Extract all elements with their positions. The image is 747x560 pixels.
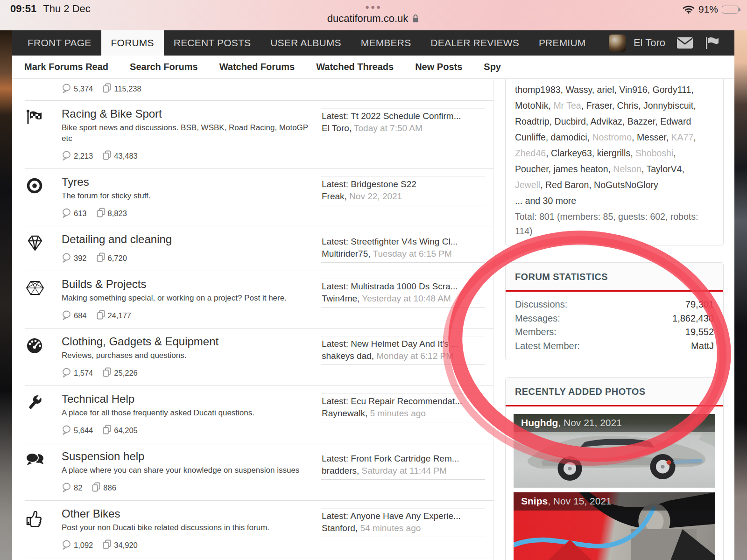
member-link[interactable]: Wassy — [565, 84, 592, 95]
toolbar-link-search-forums[interactable]: Search Forums — [130, 62, 198, 72]
member-link[interactable]: damodici — [551, 132, 587, 142]
forum-title-link[interactable]: Tyres — [62, 175, 314, 189]
member-link[interactable]: thomp1983 — [515, 84, 561, 95]
nav-tab-forums[interactable]: FORUMS — [101, 30, 164, 56]
latest-post-author[interactable]: Raynewalk, — [322, 408, 367, 418]
member-link[interactable]: Bazzer — [627, 116, 655, 126]
members-more-text[interactable]: ... and 30 more — [515, 193, 714, 209]
member-link[interactable]: TaylorV4 — [647, 164, 682, 174]
member-link[interactable]: Roadtrip — [515, 116, 550, 126]
latest-post-author[interactable]: Freak, — [322, 191, 347, 201]
member-link[interactable]: Shoboshi — [635, 148, 673, 158]
member-link[interactable]: Chris — [617, 100, 639, 111]
latest-post-cell[interactable]: Latest: Ecu Repair Recommendat...Raynewa… — [321, 393, 485, 422]
toolbar-link-watched-threads[interactable]: Watched Threads — [316, 62, 394, 72]
latest-post-title[interactable]: Latest: New Helmet Day And It's ... — [322, 338, 484, 350]
toolbar-link-new-posts[interactable]: New Posts — [415, 62, 462, 72]
member-link[interactable]: Mr Tea — [553, 100, 581, 111]
member-link[interactable]: Messer — [637, 132, 666, 142]
messages-envelope-icon[interactable] — [677, 37, 693, 49]
member-link[interactable]: KA77 — [671, 132, 694, 142]
latest-post-cell[interactable]: Latest: Bridgestone S22Freak, Nov 22, 20… — [321, 176, 485, 205]
latest-post-title[interactable]: Latest: Bridgestone S22 — [322, 178, 484, 190]
messages-pages-icon — [96, 252, 106, 265]
member-link[interactable]: Poucher — [515, 164, 549, 174]
member-link[interactable]: Zhed46 — [515, 148, 546, 158]
alerts-flag-icon[interactable] — [705, 36, 719, 50]
latest-post-author[interactable]: Twin4me, — [322, 294, 359, 303]
messages-pages-icon — [102, 424, 112, 437]
latest-post-author[interactable]: shakeys dad, — [322, 351, 374, 361]
forum-statistics-title: FORUM STATISTICS — [506, 263, 723, 292]
member-link[interactable]: Fraser — [586, 100, 612, 111]
forum-title-link[interactable]: Technical Help — [62, 392, 314, 406]
messages-count: 115,238 — [114, 84, 141, 93]
sidebar: thomp1983, Wassy, ariel, Vin916, Gordy11… — [505, 79, 724, 560]
member-link[interactable]: Clarkey63 — [551, 148, 592, 158]
forum-title-link[interactable]: Clothing, Gadgets & Equipment — [62, 335, 314, 348]
nav-tab-recent-posts[interactable]: RECENT POSTS — [164, 30, 261, 56]
latest-post-cell[interactable]: Latest: Multistrada 1000 Ds Scra...Twin4… — [321, 279, 485, 308]
member-link[interactable]: NoGutsNoGlory — [594, 180, 658, 190]
latest-post-author[interactable]: Stanford, — [322, 523, 358, 533]
recent-photo-snips[interactable]: Snips, Nov 15, 2021 — [514, 492, 715, 560]
latest-post-title[interactable]: Latest: Multistrada 1000 Ds Scra... — [322, 280, 484, 293]
latest-post-author[interactable]: Multirider75, — [322, 249, 371, 259]
latest-post-cell[interactable]: Latest: Tt 2022 Schedule Confirm...El To… — [321, 108, 485, 137]
member-link[interactable]: Vin916 — [619, 84, 647, 95]
messages-pages-icon — [96, 309, 106, 322]
forum-title-link[interactable]: Other Bikes — [62, 507, 314, 520]
forum-counts: 5,64464,205 — [62, 424, 314, 437]
latest-post-cell[interactable]: Latest: Streetfighter V4s Wing Cl...Mult… — [321, 234, 485, 263]
member-link[interactable]: Gordy111 — [653, 84, 691, 95]
address-bar[interactable]: ducatiforum.co.uk — [0, 13, 747, 25]
nav-tab-front-page[interactable]: FRONT PAGE — [18, 30, 101, 56]
member-link[interactable]: MotoNik — [515, 100, 549, 111]
photo-author-link[interactable]: Snips — [521, 496, 548, 506]
latest-post-cell[interactable]: Latest: New Helmet Day And It's ...shake… — [321, 336, 485, 365]
toolbar-link-spy[interactable]: Spy — [484, 62, 501, 72]
user-avatar[interactable] — [609, 35, 626, 52]
forum-title-link[interactable]: Detailing and cleaning — [62, 232, 314, 246]
forum-title-link[interactable]: Racing & Bike Sport — [62, 107, 314, 120]
member-link[interactable]: Nelson — [613, 164, 641, 174]
messages-count: 34,920 — [114, 541, 137, 550]
member-link[interactable]: kiergrills — [597, 148, 631, 158]
toolbar-link-mark-forums-read[interactable]: Mark Forums Read — [24, 62, 108, 72]
photo-date: , Nov 21, 2021 — [558, 417, 622, 428]
latest-post-author[interactable]: bradders, — [322, 466, 359, 476]
latest-post-title[interactable]: Latest: Streetfighter V4s Wing Cl... — [322, 236, 484, 248]
nav-tab-premium[interactable]: PREMIUM — [529, 30, 596, 56]
nav-tab-dealer-reviews[interactable]: DEALER REVIEWS — [421, 30, 529, 56]
member-link[interactable]: james heaton — [553, 164, 608, 174]
forum-title-link[interactable]: Builds & Projects — [62, 277, 314, 291]
latest-post-cell[interactable]: Latest: Anyone Have Any Experie...Stanfo… — [321, 508, 485, 537]
forum-title-link[interactable]: Suspension help — [62, 449, 314, 463]
messages-pages-icon — [96, 207, 106, 220]
stat-row-messages: Messages:1,862,430 — [515, 312, 714, 326]
member-link[interactable]: ariel — [597, 84, 614, 95]
latest-post-title[interactable]: Latest: Anyone Have Any Experie... — [322, 510, 484, 522]
user-menu[interactable]: El Toro — [634, 37, 665, 49]
latest-post-title[interactable]: Latest: Tt 2022 Schedule Confirm... — [322, 110, 484, 122]
hexagon-mesh-icon — [25, 277, 62, 322]
nav-tab-user-albums[interactable]: USER ALBUMS — [261, 30, 351, 56]
member-link[interactable]: Advikaz — [591, 116, 622, 126]
nav-tab-members[interactable]: MEMBERS — [351, 30, 421, 56]
member-link[interactable]: Jewell — [515, 180, 540, 190]
latest-post-author[interactable]: El Toro, — [322, 123, 352, 133]
messages-count: 25,226 — [114, 369, 137, 378]
photo-author-link[interactable]: Hughdg — [521, 417, 558, 428]
latest-post-title[interactable]: Latest: Front Fork Cartridge Rem... — [322, 453, 484, 465]
latest-post-time: Saturday at 11:44 PM — [362, 466, 447, 476]
member-link[interactable]: Ducbird — [555, 116, 586, 126]
latest-post-cell[interactable]: Latest: Front Fork Cartridge Rem...bradd… — [321, 451, 485, 480]
toolbar-link-watched-forums[interactable]: Watched Forums — [219, 62, 295, 72]
messages-count: 64,205 — [114, 426, 137, 435]
discussions-count: 1,574 — [74, 369, 93, 378]
latest-post-title[interactable]: Latest: Ecu Repair Recommendat... — [322, 395, 484, 407]
member-link[interactable]: Nostromo — [592, 132, 632, 142]
member-link[interactable]: Jonnybiscuit — [643, 100, 693, 111]
recent-photo-hughdg[interactable]: Hughdg, Nov 21, 2021 — [514, 414, 715, 488]
member-link[interactable]: Red Baron — [545, 180, 589, 190]
